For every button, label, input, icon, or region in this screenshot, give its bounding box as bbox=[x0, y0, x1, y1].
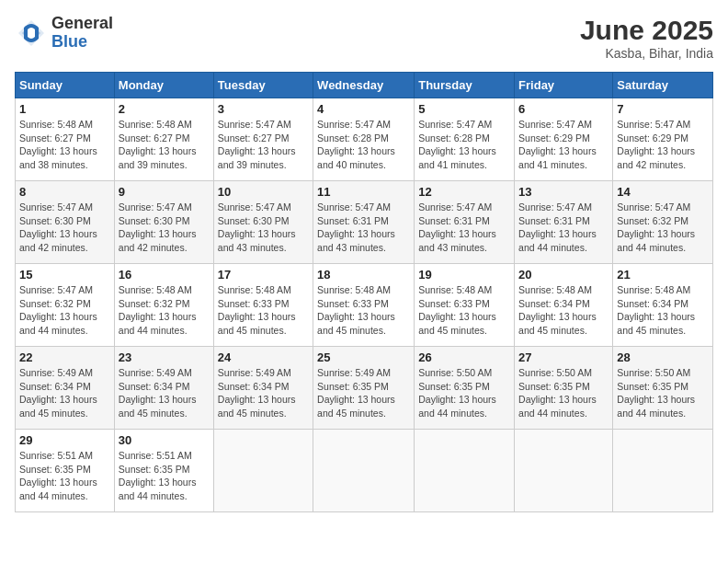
calendar-cell: 12Sunrise: 5:47 AMSunset: 6:31 PMDayligh… bbox=[415, 181, 515, 264]
day-number: 26 bbox=[418, 350, 510, 364]
calendar-cell: 22Sunrise: 5:49 AMSunset: 6:34 PMDayligh… bbox=[16, 347, 115, 430]
logo-blue: Blue bbox=[51, 33, 113, 52]
day-number: 19 bbox=[418, 268, 510, 282]
day-info: Sunrise: 5:50 AMSunset: 6:35 PMDaylight:… bbox=[418, 366, 510, 420]
day-number: 6 bbox=[518, 102, 609, 116]
calendar-week-2: 8Sunrise: 5:47 AMSunset: 6:30 PMDaylight… bbox=[16, 181, 713, 264]
logo-icon bbox=[15, 17, 48, 50]
day-info: Sunrise: 5:47 AMSunset: 6:32 PMDaylight:… bbox=[19, 283, 110, 338]
logo-text: General Blue bbox=[51, 15, 113, 52]
day-number: 7 bbox=[617, 102, 709, 116]
calendar-cell: 27Sunrise: 5:50 AMSunset: 6:35 PMDayligh… bbox=[515, 347, 613, 430]
calendar-week-3: 15Sunrise: 5:47 AMSunset: 6:32 PMDayligh… bbox=[16, 264, 713, 347]
calendar-cell: 17Sunrise: 5:48 AMSunset: 6:33 PMDayligh… bbox=[213, 264, 313, 347]
calendar-cell: 4Sunrise: 5:47 AMSunset: 6:28 PMDaylight… bbox=[313, 98, 415, 181]
day-info: Sunrise: 5:51 AMSunset: 6:35 PMDaylight:… bbox=[119, 449, 210, 503]
calendar-cell bbox=[613, 430, 713, 512]
day-number: 29 bbox=[19, 433, 110, 447]
calendar-cell: 7Sunrise: 5:47 AMSunset: 6:29 PMDaylight… bbox=[613, 98, 713, 181]
day-number: 24 bbox=[218, 350, 309, 364]
calendar-cell: 1Sunrise: 5:48 AMSunset: 6:27 PMDaylight… bbox=[16, 98, 115, 181]
day-info: Sunrise: 5:50 AMSunset: 6:35 PMDaylight:… bbox=[617, 366, 709, 420]
calendar-body: 1Sunrise: 5:48 AMSunset: 6:27 PMDaylight… bbox=[16, 98, 713, 512]
month-title: June 2025 bbox=[580, 15, 713, 46]
calendar-cell: 16Sunrise: 5:48 AMSunset: 6:32 PMDayligh… bbox=[114, 264, 213, 347]
day-number: 13 bbox=[518, 185, 609, 199]
day-number: 1 bbox=[19, 102, 110, 116]
calendar-cell: 23Sunrise: 5:49 AMSunset: 6:34 PMDayligh… bbox=[114, 347, 213, 430]
calendar-cell: 20Sunrise: 5:48 AMSunset: 6:34 PMDayligh… bbox=[515, 264, 613, 347]
day-number: 3 bbox=[218, 102, 309, 116]
day-info: Sunrise: 5:48 AMSunset: 6:33 PMDaylight:… bbox=[418, 283, 510, 338]
day-info: Sunrise: 5:49 AMSunset: 6:34 PMDaylight:… bbox=[19, 366, 110, 420]
title-block: June 2025 Kasba, Bihar, India bbox=[580, 15, 713, 61]
calendar-cell: 2Sunrise: 5:48 AMSunset: 6:27 PMDaylight… bbox=[114, 98, 213, 181]
day-number: 11 bbox=[317, 185, 410, 199]
calendar-cell: 24Sunrise: 5:49 AMSunset: 6:34 PMDayligh… bbox=[213, 347, 313, 430]
calendar-cell: 10Sunrise: 5:47 AMSunset: 6:30 PMDayligh… bbox=[213, 181, 313, 264]
day-info: Sunrise: 5:48 AMSunset: 6:33 PMDaylight:… bbox=[218, 283, 309, 338]
day-number: 9 bbox=[119, 185, 210, 199]
logo: General Blue bbox=[15, 15, 113, 52]
day-info: Sunrise: 5:47 AMSunset: 6:31 PMDaylight:… bbox=[418, 201, 510, 255]
day-number: 2 bbox=[119, 102, 210, 116]
calendar-cell: 11Sunrise: 5:47 AMSunset: 6:31 PMDayligh… bbox=[313, 181, 415, 264]
header-wednesday: Wednesday bbox=[313, 73, 415, 98]
calendar-cell bbox=[313, 430, 415, 512]
day-info: Sunrise: 5:47 AMSunset: 6:31 PMDaylight:… bbox=[518, 201, 609, 255]
day-info: Sunrise: 5:50 AMSunset: 6:35 PMDaylight:… bbox=[518, 366, 609, 420]
logo-general: General bbox=[51, 15, 113, 33]
day-info: Sunrise: 5:48 AMSunset: 6:34 PMDaylight:… bbox=[518, 283, 609, 338]
calendar-cell: 30Sunrise: 5:51 AMSunset: 6:35 PMDayligh… bbox=[114, 430, 213, 512]
calendar-cell bbox=[415, 430, 515, 512]
day-number: 30 bbox=[119, 433, 210, 447]
day-info: Sunrise: 5:47 AMSunset: 6:30 PMDaylight:… bbox=[218, 201, 309, 255]
day-number: 21 bbox=[617, 268, 709, 282]
day-info: Sunrise: 5:47 AMSunset: 6:30 PMDaylight:… bbox=[19, 201, 110, 255]
day-number: 12 bbox=[418, 185, 510, 199]
day-info: Sunrise: 5:47 AMSunset: 6:28 PMDaylight:… bbox=[418, 118, 510, 172]
calendar-cell: 9Sunrise: 5:47 AMSunset: 6:30 PMDaylight… bbox=[114, 181, 213, 264]
header-thursday: Thursday bbox=[415, 73, 515, 98]
day-number: 15 bbox=[19, 268, 110, 282]
header-monday: Monday bbox=[114, 73, 213, 98]
calendar-cell: 8Sunrise: 5:47 AMSunset: 6:30 PMDaylight… bbox=[16, 181, 115, 264]
day-number: 16 bbox=[119, 268, 210, 282]
calendar-cell: 14Sunrise: 5:47 AMSunset: 6:32 PMDayligh… bbox=[613, 181, 713, 264]
day-info: Sunrise: 5:47 AMSunset: 6:31 PMDaylight:… bbox=[317, 201, 410, 255]
day-info: Sunrise: 5:47 AMSunset: 6:28 PMDaylight:… bbox=[317, 118, 410, 172]
day-number: 8 bbox=[19, 185, 110, 199]
calendar-cell: 28Sunrise: 5:50 AMSunset: 6:35 PMDayligh… bbox=[613, 347, 713, 430]
calendar-cell: 13Sunrise: 5:47 AMSunset: 6:31 PMDayligh… bbox=[515, 181, 613, 264]
calendar-cell: 21Sunrise: 5:48 AMSunset: 6:34 PMDayligh… bbox=[613, 264, 713, 347]
day-number: 28 bbox=[617, 350, 709, 364]
calendar-week-4: 22Sunrise: 5:49 AMSunset: 6:34 PMDayligh… bbox=[16, 347, 713, 430]
day-number: 25 bbox=[317, 350, 410, 364]
calendar-header: SundayMondayTuesdayWednesdayThursdayFrid… bbox=[16, 73, 713, 98]
day-info: Sunrise: 5:48 AMSunset: 6:34 PMDaylight:… bbox=[617, 283, 709, 338]
day-info: Sunrise: 5:48 AMSunset: 6:33 PMDaylight:… bbox=[317, 283, 410, 338]
calendar-cell: 6Sunrise: 5:47 AMSunset: 6:29 PMDaylight… bbox=[515, 98, 613, 181]
calendar-cell: 19Sunrise: 5:48 AMSunset: 6:33 PMDayligh… bbox=[415, 264, 515, 347]
calendar-week-5: 29Sunrise: 5:51 AMSunset: 6:35 PMDayligh… bbox=[16, 430, 713, 512]
page-header: General Blue June 2025 Kasba, Bihar, Ind… bbox=[15, 15, 713, 61]
calendar-week-1: 1Sunrise: 5:48 AMSunset: 6:27 PMDaylight… bbox=[16, 98, 713, 181]
calendar-cell: 3Sunrise: 5:47 AMSunset: 6:27 PMDaylight… bbox=[213, 98, 313, 181]
day-info: Sunrise: 5:49 AMSunset: 6:34 PMDaylight:… bbox=[218, 366, 309, 420]
calendar-cell: 18Sunrise: 5:48 AMSunset: 6:33 PMDayligh… bbox=[313, 264, 415, 347]
calendar-cell: 29Sunrise: 5:51 AMSunset: 6:35 PMDayligh… bbox=[16, 430, 115, 512]
day-number: 4 bbox=[317, 102, 410, 116]
location: Kasba, Bihar, India bbox=[580, 46, 713, 61]
day-number: 20 bbox=[518, 268, 609, 282]
day-info: Sunrise: 5:47 AMSunset: 6:30 PMDaylight:… bbox=[119, 201, 210, 255]
day-number: 17 bbox=[218, 268, 309, 282]
calendar-cell: 26Sunrise: 5:50 AMSunset: 6:35 PMDayligh… bbox=[415, 347, 515, 430]
day-number: 14 bbox=[617, 185, 709, 199]
day-number: 18 bbox=[317, 268, 410, 282]
header-row: SundayMondayTuesdayWednesdayThursdayFrid… bbox=[16, 73, 713, 98]
day-info: Sunrise: 5:48 AMSunset: 6:27 PMDaylight:… bbox=[119, 118, 210, 172]
header-sunday: Sunday bbox=[16, 73, 115, 98]
day-info: Sunrise: 5:48 AMSunset: 6:27 PMDaylight:… bbox=[19, 118, 110, 172]
day-number: 10 bbox=[218, 185, 309, 199]
day-number: 22 bbox=[19, 350, 110, 364]
